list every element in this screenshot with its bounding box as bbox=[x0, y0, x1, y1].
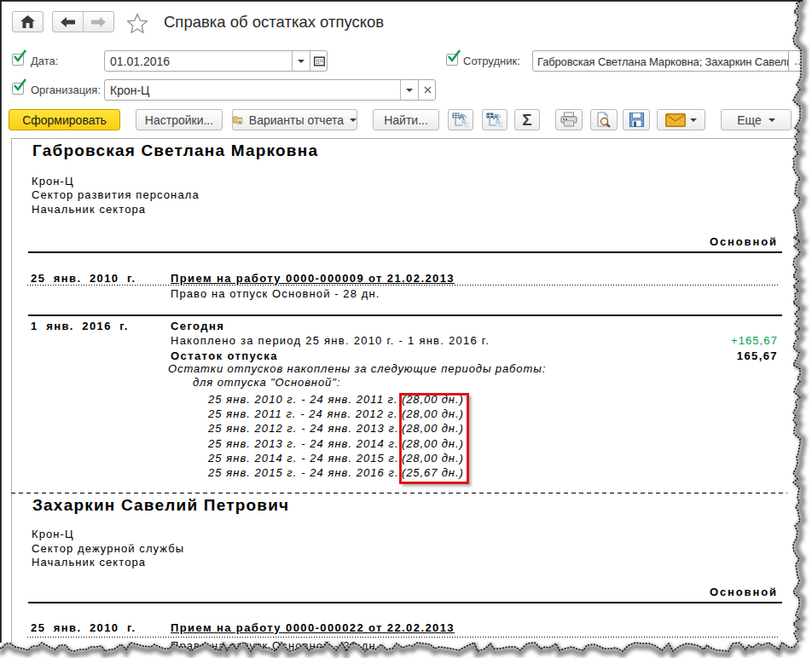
svg-text:C: C bbox=[498, 121, 503, 129]
svg-text:C: C bbox=[464, 121, 469, 129]
